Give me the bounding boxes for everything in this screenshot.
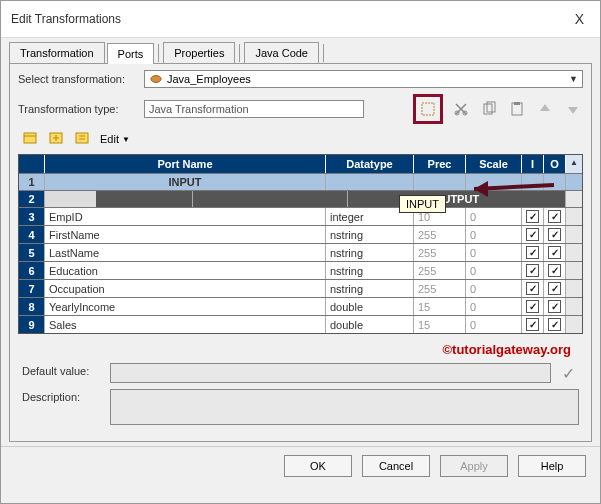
prec-cell[interactable]: 15 <box>414 298 466 315</box>
scale-cell[interactable]: 0 <box>466 262 522 279</box>
java-bean-icon <box>149 73 163 85</box>
input-checkbox[interactable] <box>522 262 544 279</box>
input-checkbox[interactable] <box>522 208 544 225</box>
datatype-cell[interactable]: nstring <box>326 262 414 279</box>
tool-icon-1[interactable] <box>22 130 38 148</box>
prec-cell[interactable]: 255 <box>414 226 466 243</box>
input-group-row[interactable]: 1 INPUT <box>19 173 582 190</box>
transformation-type-field: Java Transformation <box>144 100 364 118</box>
col-header-datatype[interactable]: Datatype <box>326 155 414 173</box>
port-name-cell[interactable]: LastName <box>45 244 326 261</box>
ports-grid: INPUT Port Name Datatype Prec Scale I O … <box>18 154 583 334</box>
output-group-row[interactable]: 2 OUTPUT <box>19 190 582 207</box>
row-number: 6 <box>19 262 45 279</box>
col-header-scale[interactable]: Scale <box>466 155 522 173</box>
row-number: 9 <box>19 316 45 333</box>
col-header-o[interactable]: O <box>544 155 566 173</box>
output-checkbox[interactable] <box>544 244 566 261</box>
output-checkbox[interactable] <box>544 298 566 315</box>
port-row[interactable]: 3EmpIDinteger100 <box>19 207 582 225</box>
input-checkbox[interactable] <box>522 280 544 297</box>
scale-cell[interactable]: 0 <box>466 280 522 297</box>
input-checkbox[interactable] <box>522 226 544 243</box>
scale-cell[interactable]: 0 <box>466 226 522 243</box>
tab-java-code[interactable]: Java Code <box>244 42 319 63</box>
scale-cell[interactable]: 0 <box>466 298 522 315</box>
transformation-type-label: Transformation type: <box>18 103 138 115</box>
chevron-down-icon: ▼ <box>122 135 130 144</box>
row-number: 3 <box>19 208 45 225</box>
prec-cell[interactable]: 15 <box>414 316 466 333</box>
select-transformation-value: Java_Employees <box>167 73 251 85</box>
scale-cell[interactable]: 0 <box>466 208 522 225</box>
input-checkbox[interactable] <box>522 298 544 315</box>
tool-icon-3[interactable] <box>74 130 90 148</box>
row-number: 4 <box>19 226 45 243</box>
move-down-icon[interactable] <box>563 99 583 119</box>
tab-transformation[interactable]: Transformation <box>9 42 105 63</box>
move-up-icon[interactable] <box>535 99 555 119</box>
default-value-field[interactable] <box>110 363 551 383</box>
edit-menu[interactable]: Edit ▼ <box>100 133 130 145</box>
scroll-up-icon[interactable]: ▲ <box>566 155 582 173</box>
col-header-portname[interactable]: Port Name <box>45 155 326 173</box>
tab-bar: Transformation Ports Properties Java Cod… <box>1 38 600 63</box>
col-header-prec[interactable]: Prec <box>414 155 466 173</box>
row-number: 7 <box>19 280 45 297</box>
prec-cell[interactable]: 255 <box>414 244 466 261</box>
prec-cell[interactable]: 255 <box>414 280 466 297</box>
svg-rect-7 <box>514 102 520 105</box>
help-button[interactable]: Help <box>518 455 586 477</box>
port-name-cell[interactable]: YearlyIncome <box>45 298 326 315</box>
prec-cell[interactable]: 255 <box>414 262 466 279</box>
tab-properties[interactable]: Properties <box>163 42 235 63</box>
port-row[interactable]: 8YearlyIncomedouble150 <box>19 297 582 315</box>
datatype-cell[interactable]: nstring <box>326 280 414 297</box>
ok-button[interactable]: OK <box>284 455 352 477</box>
scale-cell[interactable]: 0 <box>466 244 522 261</box>
output-checkbox[interactable] <box>544 226 566 243</box>
port-row[interactable]: 4FirstNamenstring2550 <box>19 225 582 243</box>
port-name-cell[interactable]: Occupation <box>45 280 326 297</box>
datatype-cell[interactable]: nstring <box>326 226 414 243</box>
row-number: 8 <box>19 298 45 315</box>
col-header-rownum <box>19 155 45 173</box>
select-transformation-dropdown[interactable]: Java_Employees ▼ <box>144 70 583 88</box>
default-value-label: Default value: <box>22 363 104 377</box>
svg-point-0 <box>151 76 161 83</box>
validate-icon[interactable]: ✓ <box>557 363 579 383</box>
paste-icon[interactable] <box>507 99 527 119</box>
close-icon[interactable]: X <box>569 9 590 29</box>
description-field[interactable] <box>110 389 579 425</box>
row-number: 5 <box>19 244 45 261</box>
datatype-cell[interactable]: double <box>326 298 414 315</box>
tool-icon-2[interactable] <box>48 130 64 148</box>
port-row[interactable]: 5LastNamenstring2550 <box>19 243 582 261</box>
output-checkbox[interactable] <box>544 262 566 279</box>
output-checkbox[interactable] <box>544 208 566 225</box>
apply-button[interactable]: Apply <box>440 455 508 477</box>
port-name-cell[interactable]: Sales <box>45 316 326 333</box>
output-checkbox[interactable] <box>544 316 566 333</box>
datatype-cell[interactable]: nstring <box>326 244 414 261</box>
datatype-cell[interactable]: double <box>326 316 414 333</box>
port-row[interactable]: 6Educationnstring2550 <box>19 261 582 279</box>
watermark: ©tutorialgateway.org <box>18 334 583 361</box>
tab-ports[interactable]: Ports <box>107 43 155 64</box>
cut-icon[interactable] <box>451 99 471 119</box>
col-header-i[interactable]: I <box>522 155 544 173</box>
edit-menu-label: Edit <box>100 133 119 145</box>
cancel-button[interactable]: Cancel <box>362 455 430 477</box>
copy-icon[interactable] <box>479 99 499 119</box>
port-name-cell[interactable]: FirstName <box>45 226 326 243</box>
input-checkbox[interactable] <box>522 244 544 261</box>
port-row[interactable]: 7Occupationnstring2550 <box>19 279 582 297</box>
scale-cell[interactable]: 0 <box>466 316 522 333</box>
port-row[interactable]: 9Salesdouble150 <box>19 315 582 333</box>
output-checkbox[interactable] <box>544 280 566 297</box>
port-name-cell[interactable]: Education <box>45 262 326 279</box>
port-name-cell[interactable]: EmpID <box>45 208 326 225</box>
tab-panel: Select transformation: Java_Employees ▼ … <box>9 63 592 442</box>
new-selection-icon[interactable] <box>418 99 438 119</box>
input-checkbox[interactable] <box>522 316 544 333</box>
